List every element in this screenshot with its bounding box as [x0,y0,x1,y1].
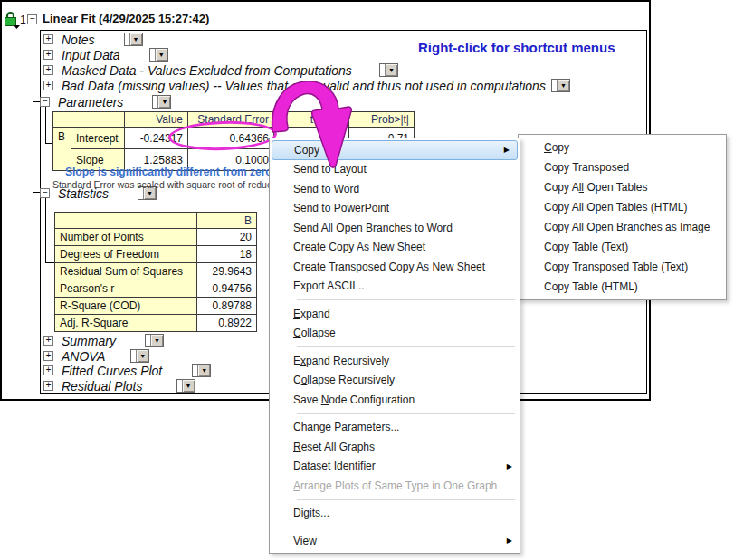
menu-item-collapse[interactable]: Collapse [270,324,520,344]
menu-item-collapse-recursively[interactable]: Collapse Recursively [270,371,520,391]
expand-box[interactable]: + [43,365,53,375]
menu-item-copy-all-open-tables[interactable]: Copy All Open Tables [519,177,726,197]
menu-item-view[interactable]: View▶ [270,531,520,551]
menu-item-label: Collapse [293,327,336,339]
section-dropdown[interactable]: ▼ [124,33,143,46]
menu-separator [297,299,515,300]
menu-item-copy-table-text[interactable]: Copy Table (Text) [519,237,726,257]
lock-icon[interactable] [3,10,21,29]
section-dropdown[interactable]: ▼ [176,379,195,393]
section-dropdown[interactable]: ▼ [192,364,211,377]
section-dropdown[interactable]: ▼ [149,48,168,62]
stat-label-cell: R-Square (COD) [55,298,197,315]
dropdown-arrow-icon[interactable]: ▼ [385,64,397,76]
column-header: B [197,213,257,229]
expand-box[interactable]: + [43,65,53,75]
stat-value-cell: 18 [197,246,257,263]
menu-item-label: View [293,535,317,547]
menu-item-change-parameters[interactable]: Change Parameters... [270,418,520,438]
tree-row-anova: +ANOVA▼ [43,349,149,363]
statistics-header-row: B [55,213,257,229]
section-dropdown[interactable]: ▼ [130,349,149,363]
dropdown-arrow-icon[interactable]: ▼ [155,49,167,61]
menu-item-arrange-plots-of-same-type-in-one-graph[interactable]: Arrange Plots of Same Type in One Graph [270,476,520,496]
dropdown-arrow-icon[interactable]: ▼ [136,350,148,362]
menu-item-label: Arrange Plots of Same Type in One Graph [293,479,497,492]
tree-row-notes: +Notes▼ [43,33,143,46]
table-row: Number of Points20 [55,229,257,246]
menu-item-send-to-powerpoint[interactable]: Send to PowerPoint [270,199,520,219]
dropdown-arrow-icon[interactable]: ▼ [150,335,163,346]
menu-item-expand[interactable]: Expand [270,304,520,324]
dropdown-arrow-icon[interactable]: ▼ [129,33,142,45]
menu-item-send-all-open-branches-to-word[interactable]: Send All Open Branches to Word [270,218,520,238]
section-dropdown[interactable]: ▼ [379,63,398,77]
dropdown-arrow-icon[interactable]: ▼ [157,96,170,108]
menu-item-create-copy-as-new-sheet[interactable]: Create Copy As New Sheet [270,238,520,258]
section-dropdown[interactable]: ▼ [152,95,171,109]
expand-box[interactable]: + [43,351,53,361]
dropdown-arrow-icon[interactable]: ▼ [557,80,569,91]
menu-item-reset-all-graphs[interactable]: Reset All Graphs [270,437,520,457]
tree-item-label: Notes [62,33,95,47]
tree-connector-line [45,196,46,262]
menu-item-label: Collapse Recursively [293,374,395,386]
expand-box[interactable]: + [43,50,53,60]
expand-box[interactable]: + [43,34,53,44]
menu-item-export-ascii[interactable]: Export ASCII... [270,277,520,297]
right-click-hint: Right-click for shortcut menus [418,40,615,55]
tree-connector-line [33,192,40,193]
menu-item-save-node-configuration[interactable]: Save Node Configuration [270,390,520,410]
tree-connector-line [45,107,46,143]
menu-item-label: Create Copy As New Sheet [293,241,425,253]
dropdown-arrow-icon[interactable]: ▼ [197,365,210,376]
menu-item-create-transposed-copy-as-new-sheet[interactable]: Create Transposed Copy As New Sheet [270,257,520,277]
collapse-box[interactable]: − [40,97,50,107]
expand-box[interactable]: + [43,336,53,346]
menu-item-label: Copy Table (HTML) [544,280,638,293]
menu-item-expand-recursively[interactable]: Expand Recursively [270,351,520,371]
root-collapse-box[interactable]: − [27,14,37,24]
menu-item-label: Expand [293,308,330,320]
table-row: Degrees of Freedom18 [55,246,257,263]
menu-item-copy[interactable]: Copy [519,138,726,157]
menu-item-copy-table-html[interactable]: Copy Table (HTML) [519,277,726,297]
menu-item-dataset-identifier[interactable]: Dataset Identifier▶ [270,457,520,477]
submenu-arrow-icon: ▶ [507,462,512,470]
tree-row-residual-plots: +Residual Plots▼ [43,379,195,393]
tree-connector-line [33,101,40,102]
term-cell: Intercept [71,128,125,149]
menu-item-copy-all-open-branches-as-image[interactable]: Copy All Open Branches as Image [519,217,726,237]
stat-value-cell: 0.89788 [197,298,257,315]
corner-cell [53,112,71,128]
menu-item-label: Send All Open Branches to Word [293,222,453,234]
menu-item-label: Expand Recursively [293,355,389,367]
tree-item-label: Residual Plots [62,379,143,394]
menu-item-label: Copy All Open Tables (HTML) [544,201,688,214]
menu-item-label: Reset All Graphs [293,441,375,453]
tree-row-parameters: −Parameters▼ [40,95,171,109]
expand-box[interactable]: + [43,381,53,391]
stat-value-cell: 0.8922 [197,315,257,332]
section-dropdown[interactable]: ▼ [145,334,164,347]
collapse-box[interactable]: − [40,188,50,198]
menu-item-digits[interactable]: Digits... [270,504,520,524]
menu-item-copy-all-open-tables-html[interactable]: Copy All Open Tables (HTML) [519,197,726,217]
report-title: Linear Fit (4/29/2025 15:27:42) [43,12,209,25]
menu-item-label: Copy [544,141,569,154]
tree-connector-line [33,25,33,393]
menu-item-copy-transposed-table-text[interactable]: Copy Transposed Table (Text) [519,257,726,277]
stat-label-cell: Pearson's r [55,280,197,298]
menu-item-copy-transposed[interactable]: Copy Transposed [519,157,726,177]
menu-item-label: Send to PowerPoint [293,202,389,214]
stat-value-cell: 29.9643 [197,263,257,280]
dropdown-arrow-icon[interactable]: ▼ [182,380,195,392]
section-dropdown[interactable]: ▼ [551,79,570,92]
menu-item-label: Dataset Identifier [293,460,376,472]
copy-submenu: CopyCopy TransposedCopy All Open TablesC… [518,134,727,300]
analysis-report-window: 1 − Linear Fit (4/29/2025 15:27:42) Righ… [0,0,734,560]
stat-label-cell: Degrees of Freedom [55,246,197,263]
menu-item-send-to-word[interactable]: Send to Word [270,179,520,199]
expand-box[interactable]: + [43,81,53,90]
menu-separator [297,527,515,527]
